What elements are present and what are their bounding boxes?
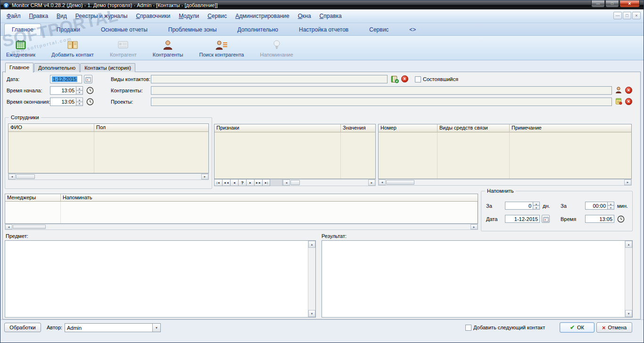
remind-time-input[interactable]: 13:05 — [585, 215, 614, 223]
nav-last-button[interactable]: ►| — [262, 179, 270, 186]
tab-service[interactable]: Сервис — [362, 24, 396, 35]
start-time-input[interactable]: 13:05 — [50, 86, 76, 95]
maximize-icon[interactable]: □ — [605, 0, 619, 8]
attributes-table[interactable]: Признаки Значения — [214, 124, 376, 179]
tab-report-settings[interactable]: Настройка отчетов — [292, 24, 355, 35]
spin-up-icon[interactable]: ▲ — [608, 202, 614, 206]
nav-next-button[interactable]: ► — [246, 179, 254, 186]
menu-file[interactable]: Файл — [2, 11, 25, 21]
remind-date-calendar-button[interactable] — [542, 215, 550, 223]
contact-types-directory-icon[interactable] — [390, 75, 399, 83]
menu-windows[interactable]: Окна — [294, 11, 315, 21]
dropdown-arrow-icon[interactable]: ▼ — [152, 324, 160, 332]
formtab-main[interactable]: Главное — [5, 63, 33, 73]
nav-first-button[interactable]: |◄ — [214, 179, 222, 186]
contact-types-input[interactable] — [151, 75, 388, 83]
mdi-restore-icon[interactable]: □ — [623, 12, 631, 19]
scroll-left-icon[interactable]: ◄ — [5, 224, 12, 229]
remind-minutes-input[interactable]: 00:00 — [585, 202, 608, 210]
employees-table-body[interactable] — [8, 132, 208, 173]
scroll-right-icon[interactable]: ► — [368, 180, 375, 186]
menu-help[interactable]: Справка — [315, 11, 346, 21]
attributes-table-body[interactable] — [215, 132, 375, 179]
projects-pick-icon[interactable] — [615, 98, 622, 105]
menu-view[interactable]: Вид — [52, 11, 71, 21]
tab-extra[interactable]: <> — [402, 24, 423, 35]
toolbar-reminder-button[interactable]: Напоминание — [260, 39, 293, 57]
end-time-input[interactable]: 13:05 — [50, 98, 76, 106]
happened-checkbox[interactable] — [415, 76, 421, 82]
scroll-right-icon[interactable]: ► — [201, 174, 208, 180]
contact-types-clear-icon[interactable]: × — [401, 75, 408, 82]
formtab-additional[interactable]: Дополнительно — [34, 63, 80, 72]
date-input[interactable]: 1-12-2015 — [50, 75, 82, 83]
employees-hscrollbar[interactable]: ◄ ► — [8, 173, 209, 180]
spin-up-icon[interactable]: ▲ — [76, 98, 83, 102]
toolbar-contractor-button[interactable]: Контрагент — [110, 39, 137, 57]
scroll-right-icon[interactable]: ► — [471, 224, 478, 229]
result-vscrollbar[interactable]: ▲ ▼ — [625, 241, 632, 317]
date-calendar-button[interactable] — [84, 75, 92, 83]
subject-textarea[interactable]: ▲ ▼ — [5, 240, 316, 318]
managers-table-body[interactable] — [5, 202, 478, 223]
add-next-contact-checkbox[interactable] — [465, 325, 471, 331]
tab-additional[interactable]: Дополнительно — [231, 24, 285, 35]
process-button[interactable]: Обработки — [4, 323, 41, 332]
attributes-hscrollbar[interactable]: ◄ ► — [282, 179, 376, 186]
formtab-contacts-history[interactable]: Контакты (история) — [80, 63, 135, 72]
projects-clear-icon[interactable]: × — [625, 98, 632, 105]
menu-edit[interactable]: Правка — [25, 11, 53, 21]
scroll-left-icon[interactable]: ◄ — [283, 180, 290, 186]
spin-up-icon[interactable]: ▲ — [76, 86, 83, 91]
nav-search-button[interactable]: ? — [238, 179, 246, 186]
employees-table[interactable]: ФИО Пол — [8, 123, 209, 173]
contractors-input[interactable] — [151, 86, 612, 95]
menu-modules[interactable]: Модули — [174, 11, 203, 21]
scroll-left-icon[interactable]: ◄ — [379, 180, 386, 185]
communications-table-body[interactable] — [379, 132, 631, 179]
remind-date-input[interactable]: 1-12-2015 — [505, 215, 540, 223]
menu-administration[interactable]: Администрирование — [231, 11, 293, 21]
tab-main[interactable]: Главное — [4, 24, 41, 35]
end-time-clock-icon[interactable] — [86, 98, 94, 106]
spin-down-icon[interactable]: ▼ — [76, 91, 83, 95]
scroll-down-icon[interactable]: ▼ — [625, 310, 632, 317]
ok-button[interactable]: ✔ ОК — [560, 322, 594, 333]
tab-main-reports[interactable]: Основные отчеты — [94, 24, 155, 35]
result-textarea[interactable]: ▲ ▼ — [322, 240, 633, 318]
author-combobox[interactable]: Admin ▼ — [65, 323, 161, 332]
titlebar[interactable]: Monitor CRM v4.0.28.2 (Демо) - 1. Демо (… — [0, 0, 644, 9]
toolbar-diary-button[interactable]: Ежедневник — [6, 39, 35, 57]
mdi-close-icon[interactable]: × — [632, 12, 641, 19]
menu-service[interactable]: Сервис — [203, 11, 231, 21]
communications-table[interactable]: Номер Виды средств связи Примечание — [378, 124, 632, 179]
tab-problem-zones[interactable]: Проблемные зоны — [161, 24, 224, 35]
nav-fast-back-button[interactable]: ◄◄ — [222, 179, 230, 186]
toolbar-add-contact-button[interactable]: Добавить контакт — [51, 39, 94, 57]
nav-fast-forward-button[interactable]: ►► — [254, 179, 262, 186]
scroll-up-icon[interactable]: ▲ — [308, 241, 315, 248]
managers-hscrollbar[interactable]: ◄ ► — [5, 224, 478, 230]
scroll-left-icon[interactable]: ◄ — [8, 174, 16, 180]
projects-input[interactable] — [151, 98, 612, 106]
spin-down-icon[interactable]: ▼ — [76, 102, 83, 106]
tab-sales[interactable]: Продажи — [50, 24, 87, 35]
toolbar-contractors-button[interactable]: Контрагенты — [153, 39, 183, 57]
toolbar-search-contractor-button[interactable]: Поиск контрагента — [199, 39, 244, 57]
menu-directories[interactable]: Справочники — [132, 11, 174, 21]
menu-registers-journals[interactable]: Реестры и журналы — [71, 11, 132, 21]
close-icon[interactable]: × — [619, 0, 640, 8]
cancel-button[interactable]: × Отмена — [596, 322, 632, 333]
nav-prev-button[interactable]: ◄ — [230, 179, 238, 186]
subject-vscrollbar[interactable]: ▲ ▼ — [308, 241, 315, 317]
managers-table[interactable]: Менеджеры Напоминать — [5, 194, 478, 224]
spin-up-icon[interactable]: ▲ — [533, 202, 540, 206]
spin-down-icon[interactable]: ▼ — [533, 206, 540, 210]
minimize-icon[interactable]: — — [591, 0, 605, 8]
contractors-pick-icon[interactable] — [615, 86, 622, 94]
communications-hscrollbar[interactable]: ◄ ► — [378, 179, 632, 186]
remind-time-clock-icon[interactable] — [617, 215, 625, 223]
scroll-down-icon[interactable]: ▼ — [308, 310, 315, 317]
spin-down-icon[interactable]: ▼ — [608, 206, 614, 210]
remind-days-input[interactable]: 0 — [505, 202, 533, 210]
